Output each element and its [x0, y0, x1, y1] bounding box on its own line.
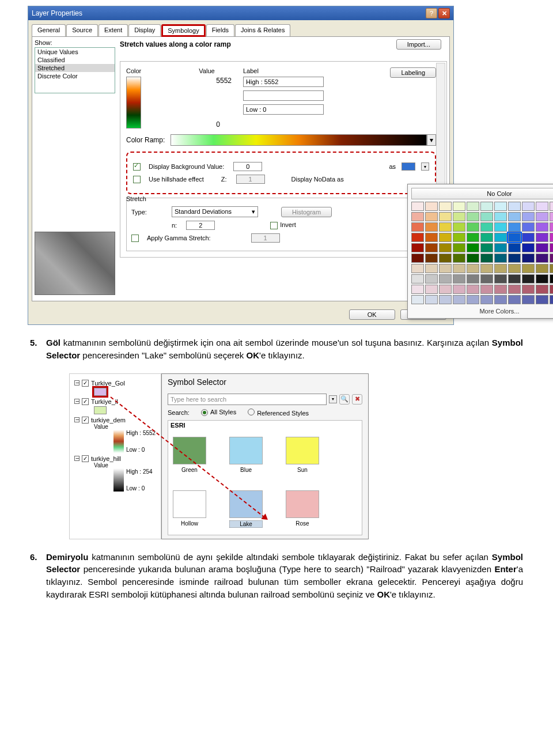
color-swatch[interactable]: [480, 264, 493, 273]
color-swatch[interactable]: [480, 254, 493, 263]
type-dropdown[interactable]: Standard Deviations▾: [172, 206, 258, 217]
color-swatch[interactable]: [453, 274, 465, 284]
color-swatch[interactable]: [453, 264, 465, 273]
color-swatch[interactable]: [439, 243, 452, 252]
color-swatch[interactable]: [522, 243, 535, 252]
color-swatch[interactable]: [439, 285, 452, 294]
symbol-sun[interactable]: Sun: [286, 437, 319, 473]
hillshade-checkbox[interactable]: [133, 176, 141, 183]
tab-source[interactable]: Source: [66, 24, 98, 37]
color-swatch[interactable]: [411, 233, 424, 242]
color-swatch[interactable]: [508, 222, 521, 232]
color-swatch[interactable]: [536, 285, 548, 294]
toc-swatch-gol[interactable]: [94, 388, 107, 396]
color-swatch[interactable]: [453, 222, 465, 232]
color-swatch[interactable]: [467, 212, 479, 221]
tab-fields[interactable]: Fields: [206, 24, 234, 37]
color-swatch[interactable]: [494, 254, 507, 263]
color-swatch[interactable]: [550, 243, 553, 252]
clear-search-icon[interactable]: ✖: [352, 394, 362, 405]
color-swatch[interactable]: [508, 264, 521, 273]
color-swatch[interactable]: [536, 243, 548, 252]
ss-search-dd[interactable]: ▾: [329, 395, 337, 403]
color-swatch[interactable]: [411, 202, 424, 211]
histogram-button[interactable]: Histogram: [281, 207, 332, 217]
ramp-dropdown[interactable]: ▾: [427, 134, 436, 146]
color-swatch[interactable]: [480, 285, 493, 294]
label-low-input[interactable]: [243, 104, 324, 115]
color-swatch[interactable]: [453, 233, 465, 242]
toc-expand-icon[interactable]: [74, 380, 79, 385]
color-swatch[interactable]: [467, 285, 479, 294]
labeling-button[interactable]: Labeling: [390, 67, 436, 78]
color-swatch[interactable]: [453, 212, 465, 221]
color-swatch[interactable]: [411, 254, 424, 263]
label-high-input[interactable]: [243, 77, 324, 87]
color-swatch[interactable]: [439, 222, 452, 232]
color-swatch[interactable]: [522, 254, 535, 263]
color-swatch[interactable]: [536, 295, 548, 304]
radio-all[interactable]: [201, 409, 208, 416]
color-swatch[interactable]: [508, 274, 521, 284]
color-swatch[interactable]: [480, 212, 493, 221]
color-swatch[interactable]: [522, 212, 535, 221]
color-swatch[interactable]: [522, 285, 535, 294]
color-swatch[interactable]: [411, 212, 424, 221]
color-swatch[interactable]: [494, 295, 507, 304]
color-swatch[interactable]: [453, 202, 465, 211]
toc-expand-icon[interactable]: [74, 399, 79, 404]
color-swatch[interactable]: [480, 202, 493, 211]
color-swatch[interactable]: [439, 264, 452, 273]
color-swatch[interactable]: [467, 254, 479, 263]
color-swatch[interactable]: [536, 212, 548, 221]
color-swatch[interactable]: [439, 202, 452, 211]
tab-extent[interactable]: Extent: [99, 24, 128, 37]
color-swatch[interactable]: [536, 233, 548, 242]
color-swatch[interactable]: [425, 274, 438, 284]
color-swatch[interactable]: [550, 264, 553, 273]
color-swatch[interactable]: [494, 274, 507, 284]
color-swatch[interactable]: [480, 233, 493, 242]
color-swatch[interactable]: [467, 222, 479, 232]
n-value[interactable]: 2: [186, 221, 215, 230]
color-swatch[interactable]: [411, 274, 424, 284]
color-swatch[interactable]: [467, 243, 479, 252]
color-swatch[interactable]: [494, 222, 507, 232]
color-swatch[interactable]: [453, 295, 465, 304]
color-swatch[interactable]: [522, 264, 535, 273]
show-item-classified[interactable]: Classified: [35, 56, 115, 64]
color-swatch[interactable]: [439, 295, 452, 304]
toc-checkbox[interactable]: [82, 380, 89, 387]
color-swatch[interactable]: [522, 222, 535, 232]
symbol-rose[interactable]: Rose: [286, 490, 319, 528]
toc-expand-icon[interactable]: [74, 417, 79, 422]
color-swatch[interactable]: [536, 264, 548, 273]
color-swatch[interactable]: [550, 212, 553, 221]
symbol-blue[interactable]: Blue: [229, 437, 263, 473]
tab-display[interactable]: Display: [128, 24, 161, 37]
color-swatch[interactable]: [550, 285, 553, 294]
color-swatch[interactable]: [425, 264, 438, 273]
toc-expand-icon[interactable]: [74, 456, 79, 461]
color-swatch[interactable]: [494, 285, 507, 294]
show-item-stretched[interactable]: Stretched: [35, 64, 115, 72]
color-swatch[interactable]: [425, 285, 438, 294]
color-swatch[interactable]: [550, 222, 553, 232]
color-swatch[interactable]: [550, 295, 553, 304]
color-swatch[interactable]: [439, 274, 452, 284]
toc-checkbox[interactable]: [82, 398, 89, 405]
color-swatch[interactable]: [467, 202, 479, 211]
color-swatch[interactable]: [522, 233, 535, 242]
color-swatch[interactable]: [467, 264, 479, 273]
color-ramp[interactable]: [171, 134, 427, 146]
show-item-discrete[interactable]: Discrete Color: [35, 72, 115, 80]
color-swatch[interactable]: [439, 233, 452, 242]
radio-ref[interactable]: [248, 409, 255, 415]
color-swatch[interactable]: [453, 254, 465, 263]
color-swatch[interactable]: [453, 243, 465, 252]
invert-checkbox[interactable]: [270, 222, 278, 229]
color-swatch[interactable]: [480, 274, 493, 284]
tab-symbology[interactable]: Symbology: [161, 24, 205, 37]
no-color-button[interactable]: No Color: [411, 188, 553, 199]
close-button[interactable]: ✕: [438, 8, 450, 18]
